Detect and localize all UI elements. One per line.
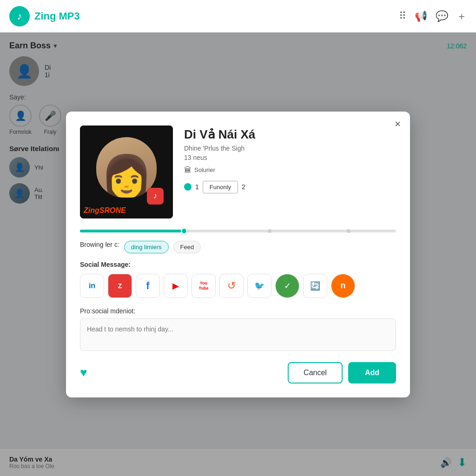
refresh-icon[interactable]: ↺: [219, 274, 244, 298]
toggle-dot: [184, 183, 192, 191]
social-icons-row: in Z f ▶ YouTube ↺ 🐦 ✓ 🔄 n: [80, 274, 396, 298]
album-art: 👩 ♪ ZingSRONE: [80, 126, 173, 218]
modal-top-section: 👩 ♪ ZingSRONE Di Vả Nái Xá Dhine 'Prlu: [80, 126, 396, 218]
toggle-num1: 1: [195, 183, 199, 191]
logo-area: ♪ Zing MP3: [9, 6, 80, 26]
progress-bar[interactable]: [80, 230, 396, 232]
publisher-row: 🏛 Solurier: [184, 166, 396, 174]
facebook-icon[interactable]: f: [136, 274, 160, 298]
personal-section: Pro:social mdeniot:: [80, 307, 396, 353]
publisher-icon: 🏛: [184, 166, 192, 174]
add-button[interactable]: Add: [348, 362, 396, 383]
modal-overlay: × 👩 ♪: [0, 33, 476, 476]
browsing-section: Browing ler c: ding limiers Feed: [80, 241, 396, 253]
background-page: Earn Boss ▼ 12:062 👤 Di 1i Saye: 👤 Formr…: [0, 33, 476, 476]
zing-icon[interactable]: Z: [108, 274, 132, 298]
social-label: Social Message:: [80, 261, 396, 268]
progress-mid-dot: [268, 229, 271, 233]
progress-fill: [80, 230, 184, 232]
zing-mp3-icon[interactable]: n: [331, 274, 355, 298]
personal-message-input[interactable]: [80, 318, 396, 351]
youtube-icon[interactable]: ▶: [164, 274, 188, 298]
publisher-name: Solurier: [194, 166, 215, 173]
app-name: Zing MP3: [34, 10, 80, 22]
sync-icon[interactable]: 🔄: [303, 274, 327, 298]
song-details: Di Vả Nái Xá Dhine 'Prlus the Sigh 13 ne…: [184, 126, 396, 218]
funonly-tab[interactable]: Funonly: [203, 181, 238, 193]
song-artist: Dhine 'Prlus the Sigh: [184, 145, 396, 152]
progress-end-dot: [347, 229, 350, 233]
cancel-button[interactable]: Cancel: [288, 362, 343, 383]
tag-feed[interactable]: Feed: [173, 241, 201, 253]
speaker-icon[interactable]: 📢: [415, 10, 427, 22]
navbar: ♪ Zing MP3 ⠿ 📢 💬 ＋: [0, 0, 476, 33]
close-button[interactable]: ×: [395, 119, 401, 129]
verified-icon[interactable]: ✓: [275, 274, 299, 298]
logo-icon: ♪: [9, 6, 30, 26]
song-title: Di Vả Nái Xá: [184, 127, 396, 142]
twitter-icon[interactable]: 🐦: [247, 274, 271, 298]
navbar-icons: ⠿ 📢 💬 ＋: [399, 9, 467, 23]
main-content: Earn Boss ▼ 12:062 👤 Di 1i Saye: 👤 Formr…: [0, 33, 476, 476]
plus-icon[interactable]: ＋: [456, 9, 467, 23]
browsing-label: Browing ler c:: [80, 241, 119, 248]
toggle-row: 1 Funonly 2: [184, 181, 396, 193]
heart-icon[interactable]: ♥: [80, 365, 87, 380]
progress-thumb[interactable]: [181, 228, 187, 234]
album-brand-text: ZingSRONE: [84, 206, 126, 215]
chat-icon[interactable]: 💬: [436, 10, 448, 22]
social-section: Social Message: in Z f ▶ YouTube ↺ 🐦 ✓ 🔄…: [80, 261, 396, 298]
song-count: 13 neus: [184, 154, 396, 161]
grid-icon[interactable]: ⠿: [399, 10, 406, 22]
tag-ding-limiers[interactable]: ding limiers: [124, 241, 169, 253]
personal-label: Pro:social mdeniot:: [80, 307, 396, 315]
linkedin-icon[interactable]: in: [80, 274, 104, 298]
share-modal: × 👩 ♪: [66, 112, 410, 397]
modal-footer: ♥ Cancel Add: [80, 362, 396, 383]
toggle-num2: 2: [242, 183, 245, 191]
footer-buttons: Cancel Add: [288, 362, 396, 383]
youtube-text-icon[interactable]: YouTube: [192, 274, 216, 298]
